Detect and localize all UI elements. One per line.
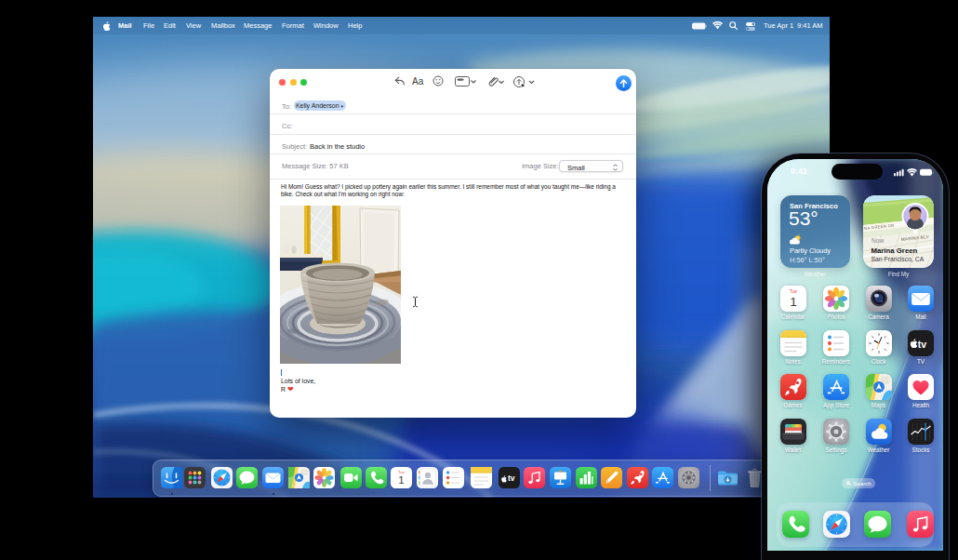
svg-text:Marina Green: Marina Green [872,247,918,255]
svg-text:1: 1 [398,474,404,486]
svg-text:San Francisco, CA: San Francisco, CA [872,256,925,262]
svg-text:tv: tv [918,338,926,349]
svg-text:Now: Now [872,237,884,244]
svg-text:1: 1 [790,295,797,309]
svg-text:Tue: Tue [789,289,796,294]
svg-text:tv: tv [508,473,515,483]
